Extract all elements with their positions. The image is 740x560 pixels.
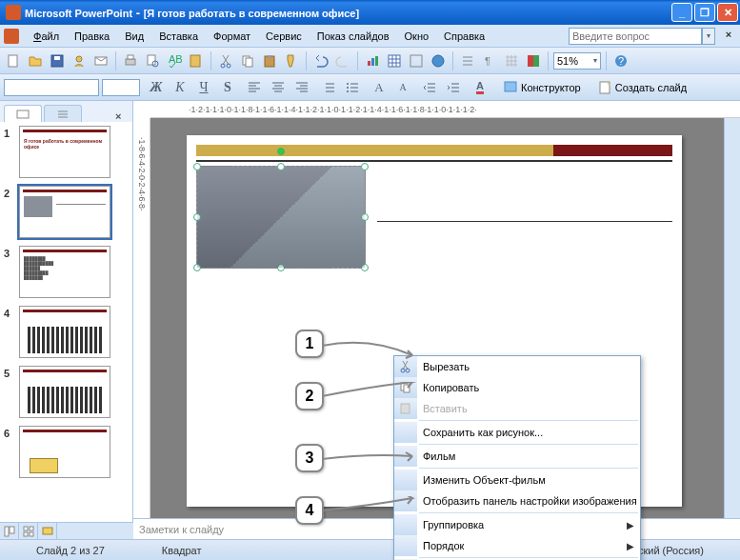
help-search-dropdown[interactable]: ▾ [702, 28, 715, 45]
print-icon[interactable] [121, 51, 140, 70]
show-formatting-icon[interactable]: ¶ [480, 51, 499, 70]
menu-view[interactable]: Вид [118, 28, 150, 45]
grid-icon[interactable] [502, 51, 521, 70]
menu-format[interactable]: Формат [207, 28, 257, 45]
bold-button[interactable]: Ж [146, 77, 167, 98]
ctx-copy[interactable]: Копировать [394, 377, 640, 398]
app-menu-icon[interactable] [4, 29, 19, 44]
menu-insert[interactable]: Вставка [152, 28, 205, 45]
undo-icon[interactable] [311, 51, 330, 70]
font-selector[interactable] [4, 79, 99, 96]
ctx-save-as-picture[interactable]: Сохранить как рисунок... [394, 422, 640, 443]
svg-rect-47 [30, 532, 33, 536]
menu-slideshow[interactable]: Показ слайдов [310, 28, 396, 45]
view-buttons [0, 522, 133, 539]
close-button[interactable]: ✕ [717, 3, 738, 22]
spelling-icon[interactable]: ABC [165, 51, 184, 70]
print-preview-icon[interactable] [143, 51, 162, 70]
help-icon[interactable]: ? [611, 51, 630, 70]
menu-file[interactable]: Файл [27, 28, 66, 45]
slide-thumb-4[interactable] [19, 306, 110, 358]
email-icon[interactable] [91, 51, 110, 70]
font-size-selector[interactable] [102, 79, 140, 96]
panel-close-icon[interactable]: × [115, 110, 129, 122]
color-grayscale-icon[interactable] [524, 51, 543, 70]
slide-thumb-2[interactable] [19, 186, 110, 238]
align-left-icon[interactable] [244, 77, 265, 98]
save-icon[interactable] [48, 51, 67, 70]
slideshow-view-icon[interactable] [38, 523, 57, 540]
increase-font-icon[interactable]: A [369, 77, 390, 98]
window-title: Microsoft PowerPoint - [Я готов работать… [25, 6, 671, 20]
tab-slides[interactable] [4, 105, 42, 122]
cut-icon[interactable] [216, 51, 235, 70]
help-search-input[interactable] [569, 28, 702, 45]
svg-rect-14 [246, 58, 252, 67]
svg-rect-45 [30, 527, 33, 530]
svg-rect-42 [5, 527, 9, 536]
research-icon[interactable] [187, 51, 206, 70]
ctx-grouping[interactable]: Группировка▶ [394, 514, 640, 535]
svg-rect-19 [375, 56, 378, 66]
new-slide-button[interactable]: Создать слайд [590, 77, 693, 98]
decrease-indent-icon[interactable] [419, 77, 440, 98]
align-right-icon[interactable] [291, 77, 312, 98]
menu-tools[interactable]: Сервис [259, 28, 309, 45]
slide-thumb-1[interactable]: Я готов работать в современном офисе [19, 126, 110, 178]
redo-icon[interactable] [333, 51, 352, 70]
callout-3: 3 [295, 444, 324, 472]
expand-all-icon[interactable] [458, 51, 477, 70]
italic-button[interactable]: К [170, 77, 190, 98]
menu-edit[interactable]: Правка [68, 28, 116, 45]
format-painter-icon[interactable] [282, 51, 301, 70]
slide-thumb-5[interactable] [19, 366, 110, 418]
design-icon [503, 80, 518, 95]
title-bar: Microsoft PowerPoint - [Я готов работать… [0, 0, 740, 25]
slide-design-button[interactable]: Конструктор [496, 77, 588, 98]
standard-toolbar: ABC ¶ 51%▾ ? [0, 48, 740, 74]
editor-vscrollbar[interactable] [724, 118, 740, 539]
underline-button[interactable]: Ч [193, 77, 214, 98]
menu-help[interactable]: Справка [437, 28, 491, 45]
ctx-cut[interactable]: Вырезать [394, 356, 640, 377]
normal-view-icon[interactable] [0, 523, 19, 540]
tables-borders-icon[interactable] [407, 51, 426, 70]
ctx-movie[interactable]: Фильм [394, 446, 640, 467]
increase-indent-icon[interactable] [443, 77, 464, 98]
svg-rect-18 [371, 58, 374, 66]
insert-hyperlink-icon[interactable] [429, 51, 448, 70]
align-center-icon[interactable] [268, 77, 289, 98]
copy-icon[interactable] [238, 51, 257, 70]
sorter-view-icon[interactable] [19, 523, 38, 540]
callout-1: 1 [295, 330, 324, 358]
permission-icon[interactable] [70, 51, 89, 70]
slide-line [377, 221, 672, 222]
ctx-order[interactable]: Порядок▶ [394, 535, 640, 556]
insert-table-icon[interactable] [385, 51, 404, 70]
svg-point-29 [347, 87, 349, 89]
menu-window[interactable]: Окно [398, 28, 436, 45]
numbering-icon[interactable] [318, 77, 339, 98]
insert-chart-icon[interactable] [363, 51, 382, 70]
selected-movie-object[interactable] [196, 166, 366, 269]
tab-outline[interactable] [44, 105, 82, 122]
mdi-close-button[interactable]: × [721, 29, 736, 44]
new-icon[interactable] [4, 51, 23, 70]
decrease-font-icon[interactable]: A [392, 77, 413, 98]
slide-thumb-3[interactable]: ████████████████████████████████████████… [19, 246, 110, 298]
shadow-button[interactable]: S [217, 77, 238, 98]
svg-text:?: ? [618, 55, 624, 67]
svg-text:¶: ¶ [485, 55, 490, 67]
minimize-button[interactable]: _ [671, 3, 692, 22]
thumb-number: 3 [4, 246, 15, 298]
font-color-icon[interactable]: A [470, 77, 490, 98]
maximize-button[interactable]: ❐ [694, 3, 715, 22]
zoom-combo[interactable]: 51%▾ [553, 52, 601, 70]
svg-rect-5 [126, 59, 135, 65]
ctx-edit-movie-object[interactable]: Изменить Объект-фильм [394, 470, 640, 490]
bullets-icon[interactable] [342, 77, 363, 98]
slide-thumb-6[interactable] [19, 426, 110, 478]
open-icon[interactable] [26, 51, 45, 70]
ctx-show-picture-toolbar[interactable]: Отобразить панель настройки изображения [394, 490, 640, 511]
paste-icon[interactable] [260, 51, 279, 70]
